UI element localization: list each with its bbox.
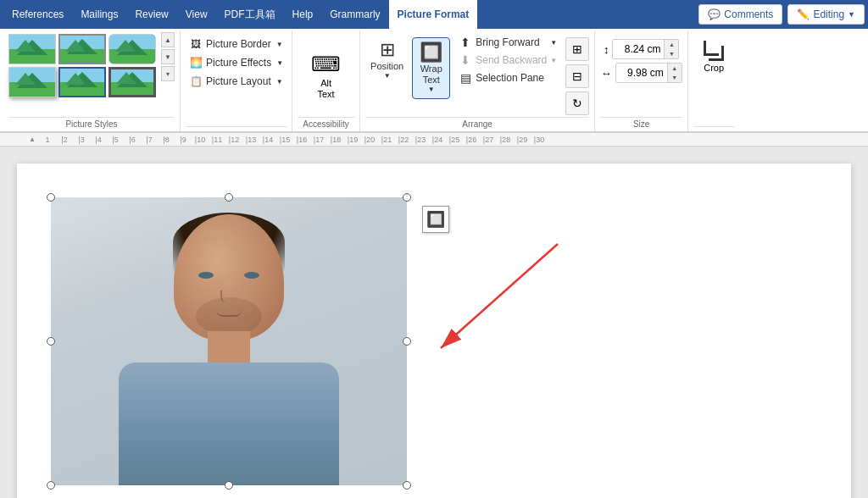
style-thumb-2[interactable]	[58, 34, 106, 64]
ruler-num-2: |2	[56, 136, 73, 144]
height-spin-up[interactable]: ▲	[665, 40, 678, 49]
wrap-text-label: WrapText	[420, 64, 442, 86]
style-thumb-5[interactable]	[58, 67, 106, 97]
layout-dropdown-icon: ▼	[276, 78, 283, 86]
menu-item-picture-format[interactable]: Picture Format	[389, 0, 478, 29]
menu-item-pdf[interactable]: PDF工具箱	[216, 0, 284, 29]
ruler-num-30: |30	[531, 136, 548, 144]
ribbon-group-size: ↕ ▲ ▼ ↔ ▲ ▼	[595, 30, 688, 131]
width-spin-up[interactable]: ▲	[668, 64, 682, 73]
style-thumb-3[interactable]	[108, 34, 156, 64]
height-input-box: ▲ ▼	[612, 39, 679, 59]
handle-middle-left[interactable]	[47, 337, 55, 346]
size-label: Size	[600, 117, 682, 131]
handle-bottom-right[interactable]	[403, 481, 411, 490]
ruler-num-1: 1	[39, 136, 56, 144]
crop-label: Crop	[704, 63, 724, 73]
crop-button[interactable]: Crop	[695, 36, 732, 76]
wrap-text-button[interactable]: 🔲 WrapText ▼	[412, 37, 450, 99]
picture-effects-label: Picture Effects	[206, 57, 271, 69]
menu-item-review[interactable]: Review	[126, 0, 176, 29]
ribbon: ▲ ▼ ▾ Picture Styles 🖼 Picture Border ▼ …	[0, 29, 868, 132]
scroll-up-button[interactable]: ▲	[161, 32, 175, 47]
position-button[interactable]: ⊞ Position ▼	[365, 37, 409, 83]
arrange-icon-buttons: ⊞ ⊟ ↻	[565, 34, 589, 115]
alt-text-icon: ⌨	[311, 53, 341, 76]
width-spin-down[interactable]: ▼	[668, 73, 682, 82]
ruler-num-20: |20	[361, 136, 378, 144]
person-body	[119, 362, 339, 485]
bring-forward-label: Bring Forward	[476, 36, 539, 48]
ruler-num-9: |9	[175, 136, 192, 144]
ribbon-group-picture-commands: 🖼 Picture Border ▼ 🌅 Picture Effects ▼ 📋…	[181, 30, 292, 131]
left-eye	[198, 272, 214, 279]
menu-item-help[interactable]: Help	[284, 0, 322, 29]
editing-button[interactable]: ✏️ Editing ▼	[787, 4, 865, 25]
ruler-num-19: |19	[344, 136, 361, 144]
rotate-button[interactable]: ↻	[565, 91, 589, 115]
handle-middle-right[interactable]	[403, 337, 411, 346]
ribbon-container: References Mailings Review View PDF工具箱 H…	[0, 0, 868, 133]
scroll-more-button[interactable]: ▾	[161, 66, 175, 81]
ruler-num-27: |27	[480, 136, 497, 144]
wrap-text-float-button[interactable]: 🔲	[422, 206, 449, 233]
comments-button[interactable]: 💬 Comments	[698, 4, 782, 25]
selection-pane-button[interactable]: ▤ Selection Pane	[453, 69, 562, 86]
style-thumb-4[interactable]	[8, 67, 56, 97]
style-thumb-1[interactable]	[8, 34, 56, 64]
align-button[interactable]: ⊞	[565, 37, 589, 61]
send-backward-button[interactable]: ⬇ Send Backward ▼	[453, 52, 562, 69]
ruler-num-26: |26	[463, 136, 480, 144]
handle-bottom-left[interactable]	[47, 481, 55, 490]
height-spin-down[interactable]: ▼	[665, 49, 678, 58]
ruler-num-7: |7	[141, 136, 158, 144]
picture-styles-grid	[8, 34, 156, 97]
right-eye	[244, 272, 259, 279]
picture-commands-label	[186, 126, 287, 131]
handle-top-left[interactable]	[47, 193, 55, 202]
handle-top-center[interactable]	[225, 193, 233, 202]
picture-border-label: Picture Border	[206, 38, 271, 50]
handle-bottom-center[interactable]	[225, 481, 233, 490]
ruler-num-16: |16	[293, 136, 310, 144]
ruler-num-29: |29	[514, 136, 531, 144]
menu-item-view[interactable]: View	[177, 0, 216, 29]
group-button[interactable]: ⊟	[565, 64, 589, 88]
handle-top-right[interactable]	[403, 193, 411, 202]
pencil-icon: ✏️	[797, 8, 810, 20]
selected-image-container[interactable]: 🔲	[51, 197, 407, 485]
send-backward-dropdown-icon: ▼	[550, 57, 557, 64]
ruler-num-17: |17	[310, 136, 327, 144]
picture-styles-content: ▲ ▼ ▾	[8, 32, 175, 115]
menu-item-grammarly[interactable]: Grammarly	[321, 0, 388, 29]
picture-styles-label: Picture Styles	[8, 117, 175, 131]
picture-layout-button[interactable]: 📋 Picture Layout ▼	[186, 73, 287, 90]
ribbon-group-crop: Crop	[688, 30, 739, 131]
height-input[interactable]	[613, 40, 664, 58]
crop-icon	[702, 39, 726, 63]
width-spinner: ▲ ▼	[667, 64, 682, 82]
wrap-text-dropdown-icon: ▼	[428, 86, 435, 93]
width-input[interactable]	[616, 64, 667, 82]
ruler-num-10: |10	[192, 136, 209, 144]
alt-text-button[interactable]: ⌨ AltText	[304, 49, 348, 103]
accessibility-content: ⌨ AltText	[298, 32, 354, 115]
style-thumb-6[interactable]	[108, 67, 156, 97]
ruler-num-5: |5	[107, 136, 124, 144]
menu-bar: References Mailings Review View PDF工具箱 H…	[0, 0, 868, 29]
scroll-down-button[interactable]: ▼	[161, 49, 175, 64]
ribbon-group-picture-styles: ▲ ▼ ▾ Picture Styles	[3, 30, 181, 131]
picture-effects-button[interactable]: 🌅 Picture Effects ▼	[186, 54, 287, 71]
rotate-icon: ↻	[572, 97, 582, 110]
height-spinner: ▲ ▼	[664, 40, 678, 58]
menu-item-mailings[interactable]: Mailings	[72, 0, 126, 29]
bring-forward-button[interactable]: ⬆ Bring Forward ▼	[453, 34, 562, 51]
ruler-num-18: |18	[327, 136, 344, 144]
svg-line-5	[441, 244, 558, 348]
picture-border-button[interactable]: 🖼 Picture Border ▼	[186, 36, 287, 53]
border-dropdown-icon: ▼	[276, 41, 283, 48]
ribbon-group-accessibility: ⌨ AltText Accessibility	[292, 30, 360, 131]
comment-icon: 💬	[708, 8, 721, 20]
picture-commands: 🖼 Picture Border ▼ 🌅 Picture Effects ▼ 📋…	[186, 32, 287, 90]
menu-item-references[interactable]: References	[3, 0, 72, 29]
